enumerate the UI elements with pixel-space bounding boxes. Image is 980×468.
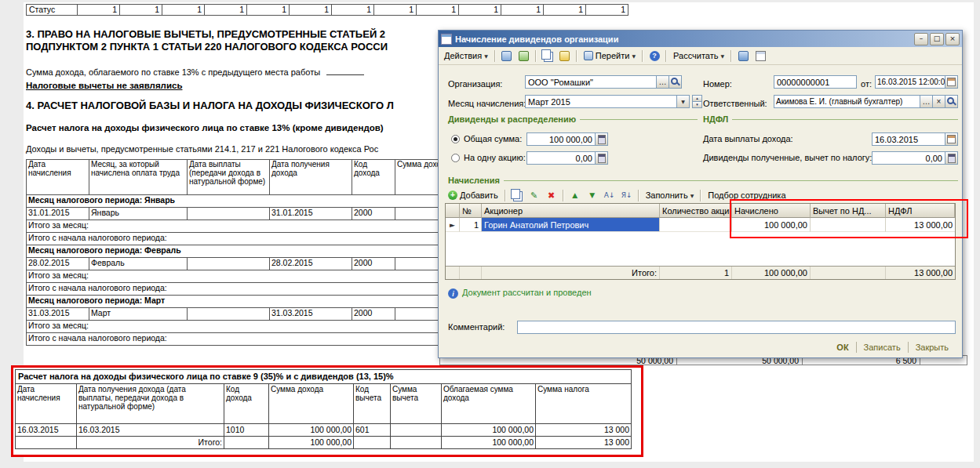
total-sum-input[interactable]: 100 000,00: [526, 132, 596, 146]
col-header: Дата выплаты (передачи дохода в натураль…: [188, 160, 270, 195]
accruals-row[interactable]: ► 1 Горин Анатолий Петрович 100 000,00 1…: [446, 218, 955, 232]
sort-descending-button[interactable]: Я↓: [619, 188, 635, 203]
add-row-button[interactable]: +Добавить: [445, 189, 501, 201]
col-header-shareholder[interactable]: Акционер: [482, 204, 660, 218]
settings-button[interactable]: [735, 49, 751, 63]
current-row-marker-icon: ►: [450, 221, 455, 229]
row-num-cell[interactable]: 1: [460, 218, 482, 232]
per-share-field: 0,00: [526, 151, 608, 165]
reread-button[interactable]: [516, 49, 532, 63]
status-label: Статус: [26, 4, 78, 16]
month-dropdown-button[interactable]: ▼: [677, 95, 690, 108]
help-button[interactable]: ?: [647, 49, 662, 63]
total-sum-radio[interactable]: [451, 135, 460, 143]
copy-row-button[interactable]: [509, 188, 525, 203]
status-value-cell: 1: [205, 4, 247, 16]
col-header-deduction[interactable]: Вычет по НД...: [811, 204, 886, 218]
list-settings-button[interactable]: [752, 49, 768, 63]
fill-menu-button[interactable]: Заполнить▼: [643, 189, 698, 201]
spin-down-button[interactable]: ▾: [692, 102, 702, 108]
codes-note: Доходы и вычеты, предусмотренные статьям…: [26, 144, 378, 154]
pencil-icon: ✎: [530, 190, 537, 201]
status-value-cell: 1: [247, 4, 290, 16]
per-share-label: На одну акцию:: [464, 151, 526, 165]
col-header-ndfl[interactable]: НДФЛ: [886, 204, 955, 218]
post-document-button[interactable]: [499, 49, 515, 63]
col-header-accrued[interactable]: Начислено: [732, 204, 811, 218]
screen: Статус 1 1 1 1 1 1 1 1 1 1 1 1 1 3. ПРАВ…: [0, 0, 980, 468]
close-button[interactable]: ×: [945, 33, 960, 45]
pick-employee-button[interactable]: Подбор сотрудника: [705, 189, 789, 201]
open-button[interactable]: [945, 95, 958, 108]
minimize-button[interactable]: –: [914, 33, 928, 45]
maximize-button[interactable]: □: [930, 33, 944, 45]
print-button[interactable]: [557, 49, 573, 63]
calculate-label: Рассчитать: [673, 51, 718, 60]
open-button[interactable]: [669, 75, 682, 89]
arrow-down-icon: ▼: [589, 190, 595, 201]
sort-ascending-button[interactable]: А↓: [602, 188, 618, 203]
calendar-button[interactable]: [945, 132, 958, 146]
calculator-button[interactable]: [596, 132, 608, 146]
per-share-input[interactable]: 0,00: [526, 151, 596, 165]
shareholder-cell-selected[interactable]: Горин Анатолий Петрович: [482, 218, 660, 232]
status-value-cell: 1: [120, 4, 162, 16]
clear-button[interactable]: ×: [933, 95, 945, 108]
col-header: Дата получения дохода: [270, 160, 352, 195]
table-empty-area[interactable]: [446, 232, 955, 266]
table-title-row: Расчет налога на доходы физического лица…: [16, 370, 632, 384]
info-icon: i: [448, 288, 458, 299]
col-header: Месяц, за который начислена оплата труда: [89, 160, 188, 195]
tax13-table: Дата начисления Месяц, за который начисл…: [26, 159, 452, 346]
income-row: 31.01.2015 Январь 31.01.2015 2000: [27, 208, 452, 220]
calculator-button[interactable]: [945, 151, 958, 165]
per-share-radio[interactable]: [451, 154, 460, 162]
toolbar-separator: [576, 50, 577, 62]
spin-up-button[interactable]: ▴: [692, 95, 702, 102]
month-total-row: Итого за месяц:: [27, 321, 452, 333]
actions-menu-button[interactable]: Действия▼: [441, 49, 491, 62]
pay-date-input[interactable]: 16.03.2015: [872, 132, 945, 146]
shares-cell[interactable]: [660, 218, 732, 232]
save-button[interactable]: Записать: [857, 341, 908, 354]
delete-icon: ✖: [548, 190, 555, 201]
organization-input[interactable]: ООО "Ромашки": [525, 75, 657, 89]
responsible-input[interactable]: Акимова Е. И. (главный бухгалтер): [774, 95, 920, 108]
choose-button[interactable]: …: [920, 95, 933, 108]
table-header-row: Дата начисления Дата получения дохода (д…: [16, 384, 632, 424]
accrued-cell[interactable]: 100 000,00: [732, 218, 811, 232]
section-title: Дивиденды к распределению: [448, 114, 576, 124]
col-header: Дата начисления: [27, 160, 89, 195]
calculate-menu-button[interactable]: Рассчитать▼: [670, 49, 727, 62]
no-deductions-note: Налоговые вычеты не заявлялись: [26, 81, 182, 90]
copy-document-button[interactable]: [540, 49, 556, 63]
received-dividends-field: 0,00: [872, 151, 958, 165]
choose-button[interactable]: …: [657, 75, 669, 89]
goto-menu-button[interactable]: Перейти▼: [581, 49, 639, 62]
pay-date-label: Дата выплаты дохода:: [703, 132, 793, 146]
income-row: 28.02.2015 Февраль 28.02.2015 2000: [27, 258, 452, 270]
deduction-cell[interactable]: [811, 218, 886, 232]
window-titlebar[interactable]: Начисление дивидендов организации – □ ×: [439, 31, 962, 47]
dropdown-icon: ▼: [484, 53, 488, 59]
date-field: 16.03.2015 12:00:00: [875, 75, 958, 89]
comment-input[interactable]: [517, 321, 956, 334]
col-header-num[interactable]: №: [460, 204, 482, 218]
move-up-button[interactable]: ▲: [567, 188, 583, 203]
month-input[interactable]: Март 2015: [525, 95, 677, 108]
delete-row-button[interactable]: ✖: [544, 188, 559, 203]
col-header-shares[interactable]: Количество акций: [660, 204, 732, 218]
toolbar-separator: [642, 50, 643, 62]
move-down-button[interactable]: ▼: [585, 188, 600, 203]
date-label: от:: [861, 78, 872, 91]
date-input[interactable]: 16.03.2015 12:00:00: [875, 75, 945, 89]
calendar-button[interactable]: [945, 75, 958, 89]
ndfl-cell[interactable]: 13 000,00: [886, 218, 955, 232]
ok-button[interactable]: ОК: [829, 341, 855, 354]
accruals-toolbar: +Добавить ✎ ✖ ▲ ▼ А↓ Я↓ Заполнить▼ Подбо…: [445, 187, 789, 203]
close-window-button[interactable]: Закрыть: [909, 341, 956, 354]
edit-row-button[interactable]: ✎: [526, 188, 542, 203]
number-input[interactable]: 00000000001: [774, 75, 857, 89]
calculator-button[interactable]: [596, 151, 608, 165]
received-dividends-input[interactable]: 0,00: [872, 151, 945, 165]
